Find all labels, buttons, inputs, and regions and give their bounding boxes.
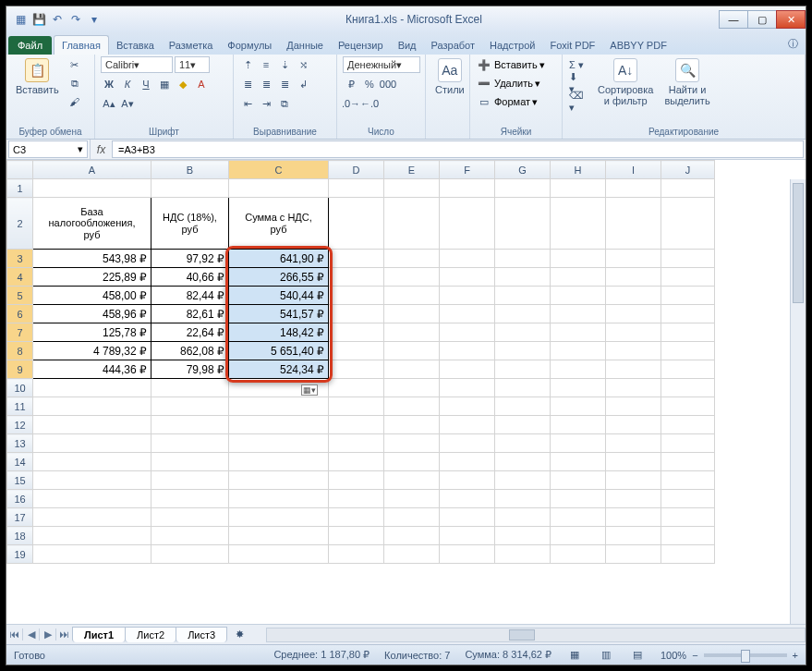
qat-dropdown-icon[interactable]: ▾ (86, 11, 103, 28)
tab-developer[interactable]: Разработ (424, 36, 482, 55)
row-header-3[interactable]: 3 (7, 250, 33, 268)
header-vat[interactable]: НДС (18%),руб (151, 198, 229, 250)
cell-B9[interactable]: 79,98 ₽ (151, 360, 229, 379)
row-header-7[interactable]: 7 (7, 323, 33, 342)
cell-A9[interactable]: 444,36 ₽ (33, 360, 151, 379)
sheet-tab-3[interactable]: Лист3 (176, 627, 227, 642)
row-header-12[interactable]: 12 (7, 416, 33, 434)
zoom-in-icon[interactable]: + (793, 650, 798, 661)
border-icon[interactable]: ▦ (156, 76, 173, 92)
find-select-button[interactable]: 🔍 Найти и выделить (661, 56, 713, 108)
sheet-nav-prev-icon[interactable]: ◀ (23, 628, 40, 640)
row-header-1[interactable]: 1 (7, 179, 33, 198)
percent-icon[interactable]: % (361, 76, 378, 92)
sheet-nav-next-icon[interactable]: ▶ (40, 628, 56, 640)
align-bottom-icon[interactable]: ⇣ (276, 56, 293, 73)
align-top-icon[interactable]: ⇡ (239, 56, 256, 73)
cell-C5[interactable]: 540,44 ₽ (229, 287, 329, 305)
autofill-options-icon[interactable]: ▦▾ (301, 384, 318, 396)
number-format-combo[interactable]: Денежный ▾ (343, 56, 420, 73)
tab-insert[interactable]: Вставка (109, 36, 162, 55)
cell-A6[interactable]: 458,96 ₽ (33, 305, 151, 323)
row-header-2[interactable]: 2 (7, 198, 33, 250)
row-header-14[interactable]: 14 (7, 453, 33, 471)
view-layout-icon[interactable]: ▥ (598, 647, 614, 664)
merge-icon[interactable]: ⧉ (276, 95, 293, 112)
cell-A5[interactable]: 458,00 ₽ (33, 287, 151, 305)
row-header-5[interactable]: 5 (7, 287, 33, 305)
new-sheet-icon[interactable]: ✸ (231, 627, 248, 643)
cell-B4[interactable]: 40,66 ₽ (151, 268, 229, 287)
sheet-nav-first-icon[interactable]: ⏮ (6, 628, 23, 640)
formula-bar[interactable]: =A3+B3 (112, 140, 804, 158)
tab-layout[interactable]: Разметка (162, 36, 221, 55)
worksheet-grid[interactable]: ABCDEFGHIJ12Базаналогообложения,рубНДС (… (6, 160, 806, 624)
name-box[interactable]: C3▾ (8, 140, 88, 158)
align-center-icon[interactable]: ≣ (258, 76, 274, 92)
row-header-16[interactable]: 16 (7, 490, 33, 508)
col-header-C[interactable]: C (229, 161, 329, 179)
row-header-6[interactable]: 6 (7, 305, 33, 323)
fx-icon[interactable]: fx (90, 140, 112, 159)
cell-A3[interactable]: 543,98 ₽ (33, 250, 151, 268)
row-header-13[interactable]: 13 (7, 434, 33, 453)
sheet-nav-last-icon[interactable]: ⏭ (56, 628, 73, 640)
decrease-indent-icon[interactable]: ⇤ (239, 95, 256, 112)
col-header-B[interactable]: B (151, 161, 229, 179)
cells-insert-button[interactable]: ➕Вставить ▾ (476, 56, 545, 73)
orientation-icon[interactable]: ⤭ (295, 56, 311, 73)
undo-icon[interactable]: ↶ (49, 11, 66, 28)
row-header-19[interactable]: 19 (7, 545, 33, 564)
increase-font-icon[interactable]: A▴ (101, 95, 117, 112)
col-header-D[interactable]: D (329, 161, 384, 179)
redo-icon[interactable]: ↷ (67, 11, 84, 28)
font-color-icon[interactable]: A (193, 76, 210, 92)
maximize-button[interactable]: ▢ (747, 10, 777, 29)
row-header-4[interactable]: 4 (7, 268, 33, 287)
col-header-F[interactable]: F (440, 161, 495, 179)
cell-C3[interactable]: 641,90 ₽ (229, 250, 329, 268)
sheet-tab-2[interactable]: Лист2 (125, 627, 176, 642)
tab-home[interactable]: Главная (54, 35, 109, 55)
zoom-slider[interactable] (704, 653, 787, 657)
cell-B7[interactable]: 22,64 ₽ (151, 323, 229, 342)
decrease-font-icon[interactable]: A▾ (119, 95, 136, 112)
decrease-decimal-icon[interactable]: ←.0 (361, 95, 378, 112)
row-header-15[interactable]: 15 (7, 471, 33, 490)
format-painter-icon[interactable]: 🖌 (67, 93, 83, 110)
row-header-11[interactable]: 11 (7, 397, 33, 416)
file-tab[interactable]: Файл (8, 36, 52, 55)
copy-icon[interactable]: ⧉ (67, 75, 83, 92)
font-name-combo[interactable]: Calibri ▾ (101, 56, 173, 73)
sheet-tab-1[interactable]: Лист1 (72, 627, 126, 642)
cell-A8[interactable]: 4 789,32 ₽ (33, 342, 151, 360)
tab-data[interactable]: Данные (279, 36, 331, 55)
tab-view[interactable]: Вид (391, 36, 424, 55)
cell-B3[interactable]: 97,92 ₽ (151, 250, 229, 268)
cell-A4[interactable]: 225,89 ₽ (33, 268, 151, 287)
row-header-18[interactable]: 18 (7, 527, 33, 545)
increase-decimal-icon[interactable]: .0→ (343, 95, 359, 112)
align-left-icon[interactable]: ≣ (239, 76, 256, 92)
zoom-out-icon[interactable]: − (692, 650, 697, 661)
cut-icon[interactable]: ✂ (67, 56, 83, 73)
row-header-17[interactable]: 17 (7, 508, 33, 527)
cells-delete-button[interactable]: ➖Удалить ▾ (476, 75, 540, 92)
save-icon[interactable]: 💾 (30, 11, 47, 28)
bold-icon[interactable]: Ж (101, 76, 117, 92)
col-header-H[interactable]: H (551, 161, 606, 179)
clear-icon[interactable]: ⌫ ▾ (568, 93, 585, 110)
paste-button[interactable]: 📋 Вставить (12, 56, 63, 97)
col-header-J[interactable]: J (661, 161, 715, 179)
align-middle-icon[interactable]: ≡ (258, 56, 274, 73)
currency-icon[interactable]: ₽ (343, 76, 359, 92)
comma-icon[interactable]: 000 (380, 76, 396, 92)
cells-format-button[interactable]: ▭Формат ▾ (476, 93, 538, 110)
cell-C4[interactable]: 266,55 ₽ (229, 268, 329, 287)
wrap-text-icon[interactable]: ↲ (295, 76, 311, 92)
horizontal-scrollbar[interactable] (266, 628, 806, 642)
help-icon[interactable]: ⓘ (781, 33, 806, 55)
cell-C7[interactable]: 148,42 ₽ (229, 323, 329, 342)
cell-C9[interactable]: 524,34 ₽ (229, 360, 329, 379)
row-header-10[interactable]: 10 (7, 379, 33, 397)
